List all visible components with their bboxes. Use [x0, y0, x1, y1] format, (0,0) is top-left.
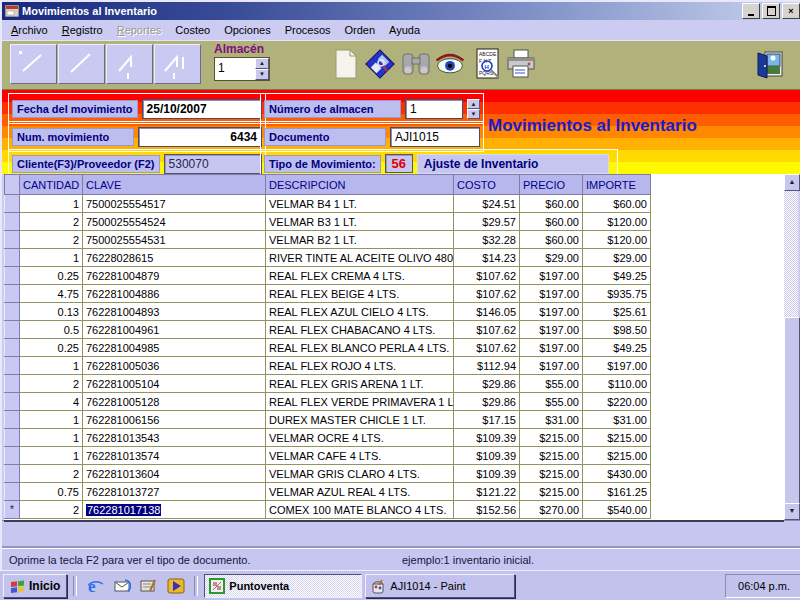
cell-descripcion[interactable]: REAL FLEX AZUL CIELO 4 LTS.	[266, 303, 454, 321]
cell-descripcion[interactable]: REAL FLEX CHABACANO 4 LTS.	[266, 321, 454, 339]
cell-clave[interactable]: 762281013543	[83, 429, 266, 447]
cell-costo[interactable]: $112.94	[454, 357, 520, 375]
cell-precio[interactable]: $60.00	[520, 213, 583, 231]
cell-cantidad[interactable]: 2	[20, 465, 83, 483]
cell-clave[interactable]: 762281004893	[83, 303, 266, 321]
mail-icon[interactable]	[110, 575, 134, 597]
cell-precio[interactable]: $31.00	[520, 411, 583, 429]
col-header-descripcion[interactable]: DESCRIPCION	[266, 175, 454, 195]
cell-precio[interactable]: $197.00	[520, 339, 583, 357]
cell-clave[interactable]: 7500025554524	[83, 213, 266, 231]
cell-descripcion[interactable]: REAL FLEX ROJO 4 LTS.	[266, 357, 454, 375]
cell-costo[interactable]: $107.62	[454, 267, 520, 285]
menu-archivo[interactable]: Archivo	[4, 21, 55, 39]
cell-cantidad[interactable]: 2	[20, 213, 83, 231]
row-selector[interactable]	[5, 285, 20, 303]
search-binoculars-button[interactable]	[400, 47, 432, 81]
cell-importe[interactable]: $215.00	[583, 429, 651, 447]
menu-costeo[interactable]: Costeo	[168, 21, 217, 39]
col-header-costo[interactable]: COSTO	[454, 175, 520, 195]
cell-cantidad[interactable]: 1	[20, 357, 83, 375]
cell-cantidad[interactable]: 1	[20, 249, 83, 267]
cell-importe[interactable]: $215.00	[583, 447, 651, 465]
vertical-scrollbar[interactable]: ▲ ▼	[784, 174, 798, 520]
cell-clave[interactable]: 762281005104	[83, 375, 266, 393]
col-header-precio[interactable]: PRECIO	[520, 175, 583, 195]
menu-orden[interactable]: Orden	[338, 21, 383, 39]
nav-next-button[interactable]	[106, 44, 153, 84]
col-header-cantidad[interactable]: CANTIDAD	[20, 175, 83, 195]
almacen-spin-up-icon[interactable]: ▲	[467, 99, 480, 109]
cell-clave[interactable]: 762281004985	[83, 339, 266, 357]
task-paint[interactable]: AJI1014 - Paint	[365, 574, 515, 598]
menu-opciones[interactable]: Opciones	[217, 21, 277, 39]
cell-precio[interactable]: $215.00	[520, 483, 583, 501]
cell-clave[interactable]: 7500025554517	[83, 195, 266, 213]
row-selector[interactable]	[5, 321, 20, 339]
cell-costo[interactable]: $32.28	[454, 231, 520, 249]
minimize-button[interactable]	[742, 3, 760, 19]
cell-clave[interactable]: 762281013727	[83, 483, 266, 501]
cell-cantidad[interactable]: 4.75	[20, 285, 83, 303]
cell-descripcion[interactable]: REAL FLEX BLANCO PERLA 4 LTS.	[266, 339, 454, 357]
spin-down-icon[interactable]: ▼	[255, 69, 269, 80]
cell-cantidad[interactable]: 4	[20, 393, 83, 411]
documento-input[interactable]: AJI1015	[390, 127, 480, 147]
cell-cantidad[interactable]: 0.5	[20, 321, 83, 339]
cell-precio[interactable]: $60.00	[520, 195, 583, 213]
cell-descripcion[interactable]: REAL FLEX GRIS ARENA 1 LT.	[266, 375, 454, 393]
num-mov-input[interactable]: 6434	[138, 127, 262, 147]
row-selector[interactable]	[5, 339, 20, 357]
cell-precio[interactable]: $197.00	[520, 267, 583, 285]
fecha-input[interactable]: 25/10/2007	[142, 99, 262, 119]
cell-importe[interactable]: $60.00	[583, 195, 651, 213]
start-button[interactable]: Inicio	[3, 574, 67, 598]
cell-clave[interactable]: 762281005036	[83, 357, 266, 375]
cell-costo[interactable]: $29.57	[454, 213, 520, 231]
cell-clave[interactable]: 762281013604	[83, 465, 266, 483]
nav-last-button[interactable]	[154, 44, 201, 84]
cell-importe[interactable]: $935.75	[583, 285, 651, 303]
row-selector[interactable]	[5, 375, 20, 393]
almacen-spin-down-icon[interactable]: ▼	[467, 109, 480, 119]
cell-costo[interactable]: $14.23	[454, 249, 520, 267]
cell-descripcion[interactable]: VELMAR B3 1 LT.	[266, 213, 454, 231]
cell-descripcion[interactable]: VELMAR AZUL REAL 4 LTS.	[266, 483, 454, 501]
cell-costo[interactable]: $17.15	[454, 411, 520, 429]
row-selector[interactable]	[5, 447, 20, 465]
cell-costo[interactable]: $146.05	[454, 303, 520, 321]
cell-descripcion[interactable]: VELMAR GRIS CLARO 4 LTS.	[266, 465, 454, 483]
save-disk-button[interactable]	[364, 47, 396, 81]
menu-procesos[interactable]: Procesos	[278, 21, 338, 39]
cell-cantidad[interactable]: 2	[20, 501, 83, 519]
row-selector[interactable]	[5, 393, 20, 411]
cell-precio[interactable]: $270.00	[520, 501, 583, 519]
cell-precio[interactable]: $55.00	[520, 375, 583, 393]
cell-importe[interactable]: $197.00	[583, 357, 651, 375]
cell-costo[interactable]: $109.39	[454, 447, 520, 465]
spin-up-icon[interactable]: ▲	[255, 58, 269, 69]
nav-prev-button[interactable]	[58, 44, 105, 84]
cell-descripcion[interactable]: RIVER TINTE AL ACEITE OLIVO 480	[266, 249, 454, 267]
cell-importe[interactable]: $120.00	[583, 231, 651, 249]
row-selector[interactable]	[5, 303, 20, 321]
row-selector[interactable]	[5, 267, 20, 285]
cell-descripcion[interactable]: VELMAR CAFE 4 LTS.	[266, 447, 454, 465]
almacen-spinner[interactable]: 1 ▲ ▼	[214, 57, 270, 81]
cell-descripcion[interactable]: DUREX MASTER CHICLE 1 LT.	[266, 411, 454, 429]
cell-costo[interactable]: $107.62	[454, 321, 520, 339]
cell-cantidad[interactable]: 0.25	[20, 267, 83, 285]
cell-importe[interactable]: $430.00	[583, 465, 651, 483]
cell-importe[interactable]: $25.61	[583, 303, 651, 321]
cell-cantidad[interactable]: 1	[20, 411, 83, 429]
cell-costo[interactable]: $24.51	[454, 195, 520, 213]
cell-descripcion[interactable]: REAL FLEX BEIGE 4 LTS.	[266, 285, 454, 303]
row-selector[interactable]	[5, 357, 20, 375]
row-selector[interactable]: *	[5, 501, 20, 519]
cell-precio[interactable]: $215.00	[520, 465, 583, 483]
cell-costo[interactable]: $107.62	[454, 285, 520, 303]
cell-precio[interactable]: $197.00	[520, 303, 583, 321]
task-puntoventa[interactable]: Puntoventa	[204, 574, 362, 598]
row-selector[interactable]	[5, 465, 20, 483]
exit-door-button[interactable]	[754, 47, 786, 81]
